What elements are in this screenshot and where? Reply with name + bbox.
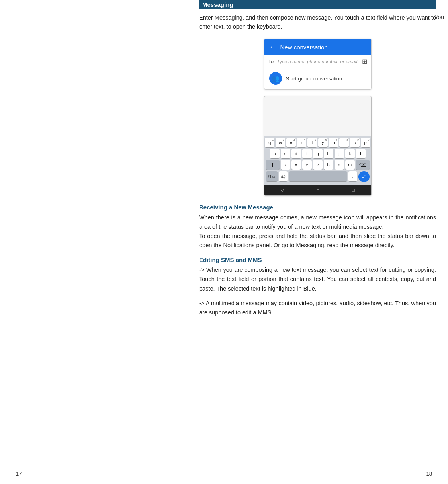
left-page: [0, 0, 191, 484]
key-y[interactable]: y6: [318, 138, 328, 147]
key-period[interactable]: .: [348, 171, 357, 182]
key-a[interactable]: a: [270, 149, 280, 158]
group-row[interactable]: 👥 Start group conversation: [264, 68, 371, 89]
nav-back-icon[interactable]: ▽: [280, 187, 284, 193]
to-row: To Type a name, phone number, or email ⊞: [264, 55, 371, 68]
editing-heading: Editing SMS and MMS: [199, 256, 436, 263]
keyboard-row-3: ⬆ z x c v b n m ⌫: [265, 160, 370, 170]
right-page: You Messaging Enter Messaging, and then …: [191, 0, 448, 484]
nav-home-icon[interactable]: ○: [317, 187, 319, 193]
messaging-header: ← New conversation: [264, 39, 371, 55]
keyboard-nav-bar: ▽ ○ □: [264, 185, 371, 195]
to-label: To: [268, 59, 274, 64]
receiving-heading: Receiving a New Message: [199, 204, 436, 211]
messaging-intro: Enter Messaging, and then compose new me…: [199, 13, 436, 31]
editing-body1: -> When you are composing a new text mes…: [199, 265, 436, 293]
key-j[interactable]: j: [335, 149, 344, 158]
keyboard-row-2: a s d f g h j k l: [265, 149, 370, 158]
keyboard-mockup: q1 w2 e3 r4 t5 y6 u7 i8 o9 p0 a s: [264, 96, 372, 196]
key-f[interactable]: f: [302, 149, 312, 158]
key-c[interactable]: c: [302, 160, 312, 170]
key-n[interactable]: n: [335, 160, 344, 170]
key-s[interactable]: s: [281, 149, 290, 158]
page-container: You Messaging Enter Messaging, and then …: [0, 0, 448, 484]
left-page-number: 17: [16, 471, 22, 477]
to-input[interactable]: Type a name, phone number, or email: [277, 59, 358, 64]
keyboard-bottom-row: ?1☺ @ . ✓: [265, 171, 370, 182]
key-send[interactable]: ✓: [358, 171, 370, 182]
key-v[interactable]: v: [313, 160, 323, 170]
page-numbers: 17 18: [0, 471, 448, 477]
group-icon: 👥: [269, 72, 282, 85]
key-spacebar[interactable]: [289, 171, 347, 182]
key-p[interactable]: p0: [361, 138, 370, 147]
key-d[interactable]: d: [291, 149, 301, 158]
editing-body2: -> A multimedia message may contain vide…: [199, 299, 436, 317]
key-m[interactable]: m: [345, 160, 355, 170]
key-b[interactable]: b: [324, 160, 333, 170]
key-z[interactable]: z: [281, 160, 290, 170]
back-arrow-icon[interactable]: ←: [269, 43, 276, 51]
key-l[interactable]: l: [356, 149, 366, 158]
key-g[interactable]: g: [313, 149, 323, 158]
key-o[interactable]: o9: [350, 138, 360, 147]
keyboard-keys: q1 w2 e3 r4 t5 y6 u7 i8 o9 p0 a s: [264, 136, 371, 185]
phone-mockup-area: ← New conversation To Type a name, phone…: [199, 39, 436, 196]
key-symbols[interactable]: ?1☺: [266, 171, 278, 182]
keyboard-top-area: [264, 96, 371, 136]
key-t[interactable]: t5: [307, 138, 317, 147]
key-e[interactable]: e3: [286, 138, 296, 147]
key-u[interactable]: u7: [329, 138, 338, 147]
you-label: You: [434, 14, 448, 20]
key-at[interactable]: @: [279, 171, 288, 182]
group-label: Start group conversation: [286, 76, 342, 82]
key-x[interactable]: x: [291, 160, 301, 170]
messaging-screen: ← New conversation To Type a name, phone…: [264, 39, 372, 90]
key-w[interactable]: w2: [276, 138, 285, 147]
key-backspace[interactable]: ⌫: [356, 160, 370, 170]
key-i[interactable]: i8: [339, 138, 349, 147]
new-conversation-title: New conversation: [280, 44, 328, 51]
grid-icon[interactable]: ⊞: [362, 58, 367, 65]
keyboard-row-1: q1 w2 e3 r4 t5 y6 u7 i8 o9 p0: [265, 138, 370, 147]
receiving-body: When there is a new message comes, a new…: [199, 213, 436, 250]
nav-recent-icon[interactable]: □: [352, 187, 355, 193]
key-k[interactable]: k: [345, 149, 355, 158]
key-r[interactable]: r4: [297, 138, 307, 147]
key-h[interactable]: h: [324, 149, 333, 158]
right-page-number: 18: [426, 471, 432, 477]
key-shift[interactable]: ⬆: [266, 160, 280, 170]
key-q[interactable]: q1: [265, 138, 274, 147]
messaging-heading: Messaging: [199, 0, 436, 9]
